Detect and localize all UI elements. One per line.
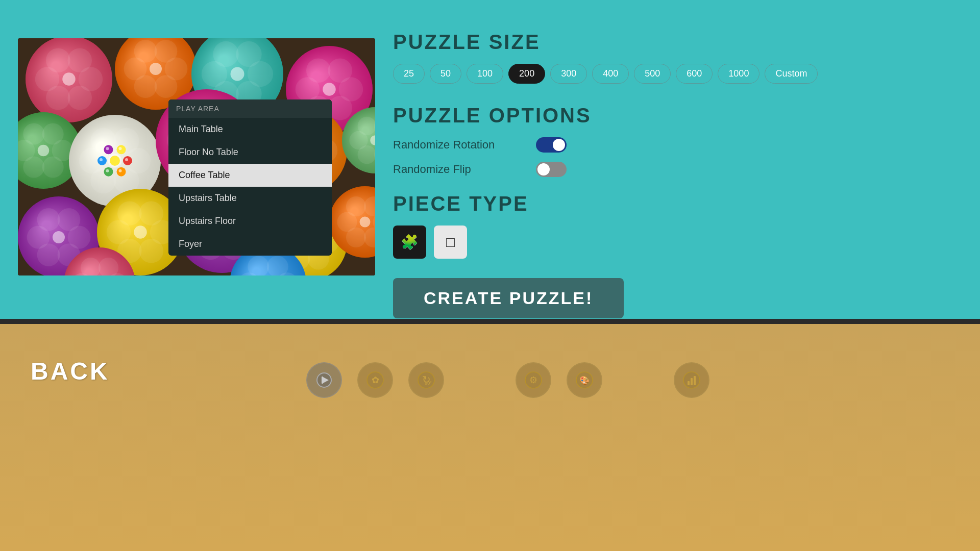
play-area-item[interactable]: Foyer [168,233,332,256]
size-btn-400[interactable]: 400 [592,64,629,84]
svg-rect-13 [688,381,690,385]
svg-rect-15 [694,376,696,385]
play-button-icon[interactable] [306,362,342,398]
gear-icon[interactable]: ⚙ [516,362,551,398]
play-area-item[interactable]: Upstairs Table [168,187,332,210]
size-button-group: 25501002003004005006001000Custom [393,64,954,84]
play-area-item[interactable]: Upstairs Floor [168,210,332,233]
piece-type-title: PIECE TYPE [393,192,954,215]
stats-icon[interactable] [674,362,709,398]
svg-text:⚙: ⚙ [529,375,537,385]
play-area-item[interactable]: Floor No Table [168,141,332,164]
bottom-icon-bar: ✿ ↻ 90° ⚙ 🎨 [306,362,709,398]
size-btn-300[interactable]: 300 [550,64,587,84]
play-area-item[interactable]: Coffee Table [168,164,332,187]
size-btn-25[interactable]: 25 [393,64,425,84]
randomize-rotation-toggle[interactable] [536,137,567,153]
randomize-rotation-label: Randomize Rotation [393,138,536,152]
play-area-item[interactable]: Main Table [168,118,332,141]
puzzle-size-title: PUZZLE SIZE [393,31,954,54]
randomize-flip-toggle[interactable] [536,162,567,177]
puzzle-options-title: PUZZLE OPTIONS [393,104,954,127]
randomize-rotation-row: Randomize Rotation [393,137,954,153]
back-button[interactable]: BACK [31,357,110,385]
palette-icon[interactable]: 🎨 [567,362,602,398]
rotate-icon[interactable]: ↻ 90° [408,362,444,398]
bottom-bar [0,324,980,551]
create-puzzle-button[interactable]: CREATE PUZZLE! [393,278,624,318]
size-btn-custom[interactable]: Custom [765,64,818,84]
puzzle-piece-button[interactable]: 🧩 [393,226,426,259]
size-btn-50[interactable]: 50 [430,64,461,84]
size-btn-500[interactable]: 500 [634,64,671,84]
size-btn-600[interactable]: 600 [676,64,713,84]
flower-icon[interactable]: ✿ [357,362,393,398]
randomize-flip-label: Randomize Flip [393,163,536,176]
svg-rect-2 [322,377,323,384]
size-btn-1000[interactable]: 1000 [718,64,760,84]
piece-type-section: PIECE TYPE 🧩 □ [393,192,954,259]
play-area-items: Main TableFloor No TableCoffee TableUpst… [168,118,332,256]
play-area-header: PLAY AREA [168,99,332,118]
svg-rect-14 [691,378,693,385]
size-btn-200[interactable]: 200 [508,64,545,84]
right-panel: PUZZLE SIZE 25501002003004005006001000Cu… [393,31,954,259]
svg-text:🎨: 🎨 [579,375,590,385]
size-btn-100[interactable]: 100 [467,64,503,84]
puzzle-options-section: PUZZLE OPTIONS Randomize Rotation Random… [393,104,954,177]
randomize-flip-row: Randomize Flip [393,162,954,177]
svg-text:90°: 90° [425,381,432,386]
piece-button-group: 🧩 □ [393,226,954,259]
play-area-dropdown: PLAY AREA Main TableFloor No TableCoffee… [168,99,332,256]
svg-text:✿: ✿ [372,375,379,385]
square-piece-button[interactable]: □ [434,226,467,259]
